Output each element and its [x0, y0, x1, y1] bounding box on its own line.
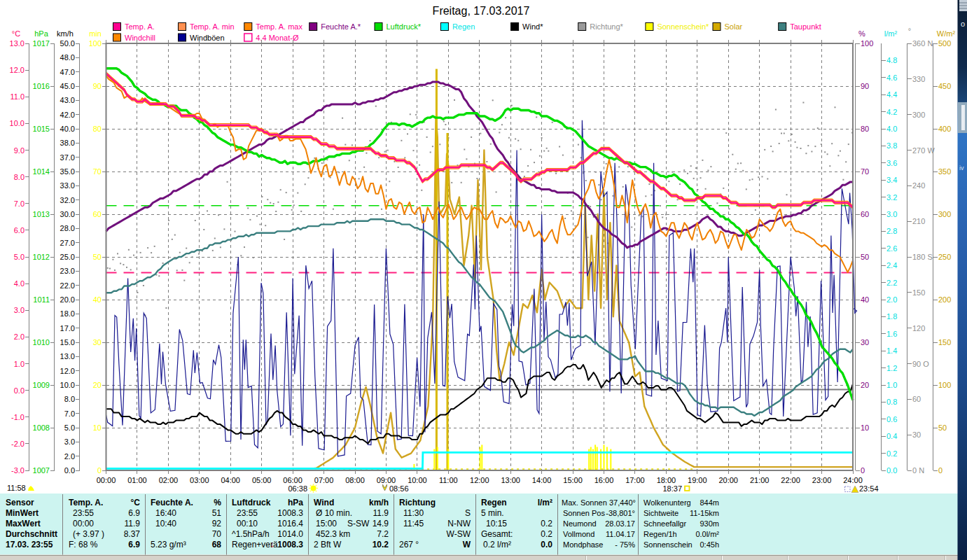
svg-text:%: %: [214, 498, 221, 507]
svg-text:12.0: 12.0: [60, 367, 75, 375]
svg-text:08:00: 08:00: [345, 476, 365, 484]
svg-text:40.0: 40.0: [60, 125, 75, 133]
svg-text:23:55: 23:55: [237, 508, 258, 518]
svg-text:10.0: 10.0: [60, 381, 75, 389]
svg-text:3.6: 3.6: [886, 159, 897, 167]
svg-text:3.4: 3.4: [886, 176, 897, 184]
svg-text:Wind: Wind: [314, 498, 334, 507]
svg-text:1014: 1014: [33, 167, 50, 176]
svg-text:Solar: Solar: [725, 22, 743, 31]
svg-text:0:45h: 0:45h: [700, 540, 719, 549]
svg-text:11.9: 11.9: [125, 519, 141, 528]
svg-text:250: 250: [938, 253, 951, 261]
svg-text:1016: 1016: [33, 82, 50, 90]
svg-text:Temp. A.: Temp. A.: [125, 22, 155, 31]
svg-text:23.0: 23.0: [60, 267, 75, 275]
svg-text:3.8: 3.8: [886, 141, 897, 150]
svg-text:11:58: 11:58: [7, 484, 26, 492]
svg-text:28.0: 28.0: [60, 224, 75, 232]
svg-text:0 N: 0 N: [912, 466, 924, 475]
svg-text:0.6: 0.6: [886, 415, 897, 424]
svg-text:Wolkenunterg: Wolkenunterg: [643, 498, 691, 507]
svg-text:km/h: km/h: [57, 29, 74, 38]
svg-text:12:00: 12:00: [470, 476, 489, 484]
svg-text:Gesamt:: Gesamt:: [481, 529, 513, 539]
svg-text:40: 40: [93, 295, 102, 304]
svg-text:150: 150: [938, 338, 951, 346]
svg-text:51: 51: [212, 508, 222, 518]
svg-text:Taupunkt: Taupunkt: [790, 22, 821, 31]
svg-text:12.0: 12.0: [10, 66, 25, 74]
svg-text:20: 20: [861, 381, 869, 389]
svg-text:13.0: 13.0: [10, 39, 25, 48]
svg-text:0.0: 0.0: [886, 466, 897, 475]
svg-text:6.0: 6.0: [14, 226, 25, 234]
svg-text:15:00: 15:00: [563, 476, 583, 484]
svg-text:0.0l/m²: 0.0l/m²: [695, 530, 719, 538]
svg-text:1007: 1007: [33, 466, 50, 475]
svg-text:W-SW: W-SW: [447, 529, 471, 539]
svg-text:90 O: 90 O: [912, 360, 929, 368]
svg-text:14:00: 14:00: [532, 476, 552, 484]
svg-text:0.2: 0.2: [541, 519, 552, 528]
svg-text:10:40: 10:40: [155, 519, 176, 528]
svg-text:1.8: 1.8: [886, 312, 897, 321]
svg-text:1008: 1008: [33, 424, 50, 432]
svg-text:11.0: 11.0: [10, 92, 25, 101]
svg-text:l/m²: l/m²: [538, 498, 552, 507]
svg-text:1015: 1015: [33, 125, 50, 133]
svg-text:1016.4: 1016.4: [277, 519, 303, 528]
svg-text:2.4: 2.4: [886, 261, 897, 270]
svg-text:47.0: 47.0: [60, 68, 75, 76]
svg-text:hPa: hPa: [34, 29, 48, 38]
svg-text:11.04.17: 11.04.17: [606, 530, 635, 538]
svg-text:9.0: 9.0: [14, 146, 25, 155]
svg-text:500: 500: [938, 39, 951, 48]
svg-text:1017: 1017: [33, 39, 50, 48]
svg-text:F: 68 %: F: 68 %: [69, 540, 98, 550]
svg-text:Temp. A. min: Temp. A. min: [190, 22, 235, 31]
svg-text:300: 300: [912, 111, 925, 119]
svg-text:0.2: 0.2: [541, 529, 552, 539]
svg-text:^1.5hPa/h: ^1.5hPa/h: [232, 529, 270, 539]
svg-text:Richtung*: Richtung*: [590, 22, 623, 31]
svg-text:min: min: [89, 29, 102, 38]
svg-text:60: 60: [912, 395, 921, 403]
svg-text:45.0: 45.0: [60, 82, 75, 90]
svg-text:13:00: 13:00: [501, 476, 520, 484]
svg-text:Sensor: Sensor: [6, 498, 34, 507]
svg-text:20.0: 20.0: [60, 295, 75, 304]
svg-text:210: 210: [912, 217, 925, 225]
svg-text:33.0: 33.0: [60, 181, 75, 190]
svg-text:15:00: 15:00: [316, 519, 337, 528]
svg-text:04:00: 04:00: [221, 476, 240, 484]
svg-text:267 °: 267 °: [399, 540, 419, 550]
svg-text:Durchschnitt: Durchschnitt: [6, 529, 57, 539]
svg-text:6.9: 6.9: [128, 540, 140, 550]
svg-text:70: 70: [93, 167, 102, 176]
svg-text:50: 50: [938, 424, 947, 432]
svg-text:450: 450: [938, 82, 951, 90]
svg-text:Sonnenschein*: Sonnenschein*: [657, 22, 709, 31]
svg-text:5.23 g/m³: 5.23 g/m³: [151, 540, 186, 550]
svg-text:17.03. 23:55: 17.03. 23:55: [6, 540, 53, 550]
svg-text:22.0: 22.0: [60, 281, 75, 290]
svg-text:21:00: 21:00: [750, 476, 770, 484]
svg-text:Neumond: Neumond: [563, 519, 597, 528]
svg-text:2 Bft W: 2 Bft W: [314, 540, 342, 550]
svg-text:1013: 1013: [33, 210, 50, 218]
svg-text:1.2: 1.2: [886, 364, 897, 372]
svg-text:19:00: 19:00: [688, 476, 707, 484]
svg-text:02:00: 02:00: [159, 476, 179, 484]
svg-text:20: 20: [93, 381, 102, 389]
svg-text:°C: °C: [131, 498, 141, 507]
svg-text:Vollmond: Vollmond: [563, 530, 594, 538]
svg-text:Wind*: Wind*: [522, 22, 543, 31]
svg-text:07:00: 07:00: [314, 476, 334, 484]
svg-text:-1.0: -1.0: [11, 413, 25, 421]
svg-text:00:00: 00:00: [73, 519, 94, 528]
svg-text:60: 60: [93, 210, 102, 218]
svg-text:32.0: 32.0: [60, 196, 75, 204]
svg-text:80: 80: [93, 125, 102, 133]
svg-text:92: 92: [212, 519, 222, 528]
